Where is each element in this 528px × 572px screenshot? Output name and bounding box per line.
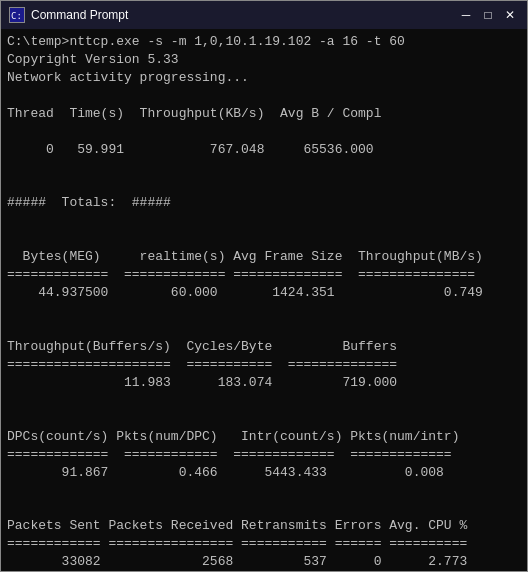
titlebar: C: Command Prompt ─ □ ✕ <box>1 1 527 29</box>
window-controls: ─ □ ✕ <box>457 6 519 24</box>
close-button[interactable]: ✕ <box>501 6 519 24</box>
maximize-button[interactable]: □ <box>479 6 497 24</box>
svg-text:C:: C: <box>11 11 22 21</box>
cmd-icon: C: <box>9 7 25 23</box>
terminal-content[interactable]: C:\temp>nttcp.exe -s -m 1,0,10.1.19.102 … <box>1 29 527 571</box>
command-prompt-window: C: Command Prompt ─ □ ✕ C:\temp>nttcp.ex… <box>0 0 528 572</box>
titlebar-left: C: Command Prompt <box>9 7 128 23</box>
window-title: Command Prompt <box>31 8 128 22</box>
minimize-button[interactable]: ─ <box>457 6 475 24</box>
